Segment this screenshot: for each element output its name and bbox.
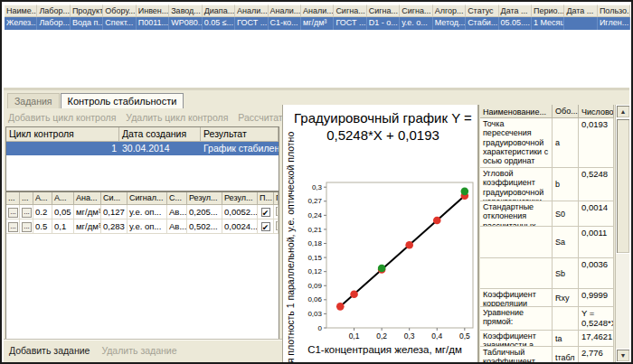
add-task-button[interactable]: Добавить задание xyxy=(9,345,90,356)
column-header[interactable]: Пов... xyxy=(274,192,279,205)
cell[interactable]: Стаби... xyxy=(466,17,498,30)
cell[interactable]: 1 Месяц xyxy=(532,17,564,30)
cell[interactable]: 0.5 xyxy=(33,219,52,234)
column-header[interactable]: ... xyxy=(6,192,20,205)
cell[interactable]: С1-ко... xyxy=(269,17,301,30)
cell[interactable]: 1 xyxy=(6,142,119,155)
cell[interactable]: П0011... xyxy=(137,17,169,30)
cell[interactable]: ГОСТ ... xyxy=(334,17,366,30)
ellipsis-button[interactable]: ... xyxy=(22,208,32,218)
column-header[interactable]: Обору... xyxy=(103,5,136,17)
cell[interactable]: ... xyxy=(6,205,20,219)
cell[interactable]: мг/дм³ xyxy=(301,17,334,30)
cell[interactable]: 0,05 xyxy=(52,205,74,219)
cell[interactable]: Спект... xyxy=(103,17,136,30)
column-header[interactable]: Анали... xyxy=(301,5,334,17)
cell[interactable] xyxy=(274,205,279,219)
checkbox-icon[interactable] xyxy=(276,207,279,216)
cell[interactable]: 0,502... xyxy=(187,219,222,234)
cell[interactable]: 0,0024... xyxy=(222,219,258,234)
cell[interactable]: ГОСТ ... xyxy=(235,17,268,30)
cell[interactable]: Ав... xyxy=(167,219,187,234)
table-row[interactable]: Угловой коэффициент градуировочной харак… xyxy=(480,168,614,201)
add-cycle-button[interactable]: Добавить цикл контроля xyxy=(8,112,116,123)
column-header[interactable]: Инвен... xyxy=(137,5,169,17)
column-header[interactable]: Статус xyxy=(466,5,498,17)
column-header[interactable]: Сигна... xyxy=(367,5,400,17)
column-header[interactable]: Дата создания xyxy=(119,127,201,142)
column-header[interactable]: Цикл контроля xyxy=(6,127,119,142)
cell[interactable]: у.е. о... xyxy=(400,17,432,30)
cell[interactable]: 0,0052... xyxy=(222,205,258,219)
cell[interactable]: ✔ xyxy=(258,205,274,219)
cell[interactable]: 05.05.... xyxy=(499,17,532,30)
column-header[interactable]: Анали... xyxy=(235,5,268,17)
column-header[interactable]: Перио... xyxy=(532,5,564,17)
cell[interactable] xyxy=(274,219,279,234)
ellipsis-button[interactable]: ... xyxy=(8,208,18,218)
cell[interactable]: Желез... xyxy=(5,17,37,30)
table-row[interactable]: Sa0,0011 xyxy=(480,227,614,258)
cell[interactable]: Метод... xyxy=(433,17,466,30)
cell[interactable]: у.е. оп... xyxy=(128,219,167,234)
cell[interactable]: мг/дм³ xyxy=(74,205,101,219)
cell[interactable]: ✔ xyxy=(258,219,274,234)
checkbox-icon[interactable]: ✔ xyxy=(261,222,270,231)
column-header[interactable]: Алгор... xyxy=(433,5,466,17)
cell[interactable]: 0,205... xyxy=(187,205,222,219)
delete-task-button[interactable]: Удалить задание xyxy=(101,345,176,356)
column-header[interactable]: Дата ... xyxy=(564,5,597,17)
cell[interactable]: ... xyxy=(20,205,33,219)
column-header[interactable]: Диапа... xyxy=(203,5,235,17)
ellipsis-button[interactable]: ... xyxy=(8,222,18,232)
table-row[interactable]: Точка пересечения градуировочной характе… xyxy=(480,118,614,168)
tab-stability-control[interactable]: Контроль стабильности xyxy=(61,93,184,108)
checkbox-icon[interactable]: ✔ xyxy=(261,208,270,217)
column-header[interactable]: Продукт xyxy=(71,5,103,17)
cell[interactable]: 0.05 ≤... xyxy=(203,17,235,30)
checkbox-icon[interactable] xyxy=(276,221,279,230)
scroll-up-icon[interactable]: ▲ xyxy=(616,105,630,118)
column-header[interactable]: Дата ... xyxy=(499,5,532,17)
cell[interactable]: WP080... xyxy=(169,17,202,30)
ellipsis-button[interactable]: ... xyxy=(22,222,32,232)
column-header[interactable]: Обо... xyxy=(553,105,579,118)
table-row[interactable]: Табличный коэффициентtтабл2,776 xyxy=(480,347,614,362)
table-row[interactable]: ......0.50,1мг/дм³0,283у.е. оп...Ав...0,… xyxy=(6,219,279,234)
cell[interactable]: График стабилен. xyxy=(201,142,279,155)
scrollbar-thumb[interactable] xyxy=(616,118,630,254)
table-row[interactable]: Стандартные отклонения рассчитанных знач… xyxy=(480,201,614,227)
column-header[interactable]: Числовое знач... xyxy=(579,105,614,118)
column-header[interactable]: Наименование... xyxy=(480,105,553,118)
cell[interactable]: D1 - о... xyxy=(367,17,400,30)
column-header[interactable]: Лабор... xyxy=(37,5,70,17)
table-row[interactable]: Коэффициент значимости ata17,4621 xyxy=(480,331,614,347)
delete-cycle-button[interactable]: Удалить цикл контроля xyxy=(126,112,228,123)
table-row[interactable]: Уравнение прямой:Y = 0,5248*X + 0,0193 xyxy=(480,307,614,331)
column-header[interactable]: Ана... xyxy=(74,192,101,205)
cell[interactable]: 0.2 xyxy=(33,205,52,219)
cell[interactable]: мг/дм³ xyxy=(74,219,101,234)
cell[interactable]: ... xyxy=(20,219,33,234)
methods-table-selected-row[interactable]: Желез...Лабор...Вода п...Спект...П0011..… xyxy=(5,17,628,30)
cell[interactable]: ... xyxy=(6,219,20,234)
table-row[interactable]: ......0.20,05мг/дм³0,127у.е. оп...Ав...0… xyxy=(6,205,279,219)
cell[interactable]: Ав... xyxy=(167,205,187,219)
column-header[interactable]: П... xyxy=(258,192,274,205)
cell[interactable]: 30.04.2014 xyxy=(119,142,201,155)
column-header[interactable]: Анали... xyxy=(269,5,301,17)
cell[interactable]: 0,1 xyxy=(52,219,74,234)
scrollbar[interactable]: ▲ ▼ xyxy=(615,105,629,362)
column-header[interactable]: Резул... xyxy=(187,192,222,205)
column-header[interactable]: Наиме... xyxy=(5,5,37,17)
calculate-button[interactable]: Рассчитать xyxy=(238,112,288,123)
table-row[interactable]: Коэффициент корреляцииRxy0,9999 xyxy=(480,289,614,307)
tab-tasks[interactable]: Задания xyxy=(7,93,60,108)
column-header[interactable]: ... xyxy=(20,192,33,205)
scroll-down-icon[interactable]: ▼ xyxy=(616,349,630,362)
column-header[interactable]: Сигна... xyxy=(400,5,432,17)
table-row[interactable]: 130.04.2014График стабилен. xyxy=(6,142,279,155)
column-header[interactable]: Сигна... xyxy=(334,5,366,17)
cell[interactable]: 0,127 xyxy=(101,205,128,219)
cell[interactable]: Лабор... xyxy=(37,17,70,30)
